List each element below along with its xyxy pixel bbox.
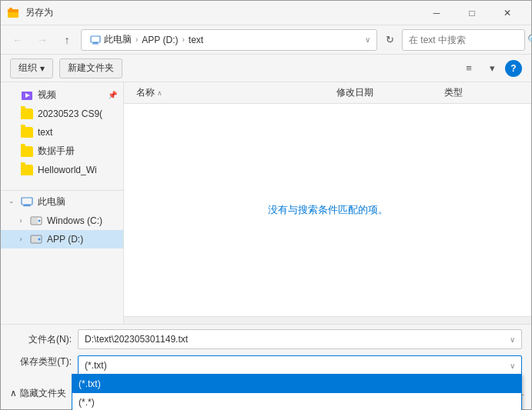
dropdown-item-txt[interactable]: (*.txt)	[72, 375, 521, 393]
bottom-bar: 文件名(N): D:\text\202305301149.txt ∨ 保存类型(…	[1, 324, 531, 409]
sidebar-item-label-videos: 视频	[38, 88, 103, 102]
address-this-pc[interactable]: 此电脑	[88, 32, 134, 48]
close-button[interactable]: ✕	[490, 1, 525, 25]
window-title: 另存为	[25, 6, 53, 19]
column-type[interactable]: 类型	[444, 86, 519, 99]
new-folder-button[interactable]: 新建文件夹	[59, 58, 122, 78]
svg-rect-10	[23, 205, 31, 206]
expand-arrow-c[interactable]: ›	[16, 216, 25, 225]
svg-rect-15	[32, 236, 38, 242]
sidebar-item-label-helloworld: Helloworld_Wi	[38, 165, 117, 175]
action-bar: 组织 ▾ 新建文件夹 ≡ ▾ ?	[1, 55, 531, 82]
footer-left: ∧ 隐藏文件夹	[10, 387, 66, 400]
hdd-d-icon	[30, 233, 42, 245]
title-controls: ─ □ ✕	[419, 1, 525, 25]
dropdown-item-all[interactable]: (*.*)	[72, 393, 521, 410]
sidebar-item-helloworld[interactable]: Helloworld_Wi	[1, 161, 123, 179]
videos-icon	[21, 89, 33, 102]
sidebar-item-label-windows-c: Windows (C:)	[47, 215, 117, 226]
maximize-button[interactable]: □	[454, 1, 490, 25]
column-name-label: 名称	[136, 86, 155, 99]
up-button[interactable]: ↑	[56, 29, 78, 51]
sidebar-item-text[interactable]: text	[1, 123, 123, 142]
expand-arrow-pc[interactable]: ›	[7, 198, 16, 207]
view-dropdown-icon: ▾	[490, 62, 495, 74]
sidebar-item-label-folder1: 20230523 CS9(	[38, 108, 117, 119]
expand-icon	[7, 91, 16, 100]
sidebar-item-label-this-pc: 此电脑	[38, 195, 117, 208]
filetype-dropdown-icon[interactable]: ∨	[510, 362, 515, 370]
sidebar-item-folder1[interactable]: 20230523 CS9(	[1, 105, 123, 123]
svg-rect-9	[24, 205, 30, 205]
forward-button[interactable]: →	[32, 29, 53, 51]
sidebar-item-label-handbook: 数据手册	[38, 145, 117, 158]
search-box[interactable]: 🔍	[402, 29, 525, 51]
sidebar-item-videos[interactable]: 视频 📌	[1, 85, 123, 105]
sidebar-item-label-app-d: APP (D:)	[47, 234, 117, 245]
file-area: 名称 ∧ 修改日期 类型 没有与搜索条件匹配的项。	[124, 82, 531, 324]
refresh-button[interactable]: ↻	[380, 31, 399, 49]
toggle-arrow: ∧	[10, 388, 17, 398]
dropdown-item-txt-label: (*.txt)	[79, 378, 101, 389]
filetype-label: 保存类型(T):	[10, 355, 72, 368]
sidebar-item-label-text: text	[38, 127, 117, 138]
filetype-dropdown-menu: (*.txt) (*.*) 97-2003Word文档 (*.doc)	[72, 374, 522, 410]
svg-rect-5	[92, 43, 99, 44]
action-bar-right: ≡ ▾ ?	[459, 58, 522, 78]
folder1-icon	[21, 108, 33, 120]
minimize-button[interactable]: ─	[419, 1, 454, 25]
expand-icon	[7, 165, 16, 175]
column-name[interactable]: 名称 ∧	[136, 86, 336, 99]
organize-button[interactable]: 组织 ▾	[10, 58, 53, 78]
sep1: ›	[136, 35, 138, 44]
sidebar-item-app-d[interactable]: › APP (D:)	[1, 230, 123, 248]
hdd-c-icon	[30, 215, 42, 227]
expand-icon	[7, 128, 16, 137]
sidebar: 视频 📌 20230523 CS9( text	[1, 82, 124, 324]
hide-files-toggle[interactable]: ∧ 隐藏文件夹	[10, 387, 66, 400]
search-icon: 🔍	[527, 34, 532, 45]
address-bar[interactable]: 此电脑 › APP (D:) › text ∨	[81, 29, 377, 51]
search-input[interactable]	[409, 35, 524, 45]
horizontal-scrollbar[interactable]	[124, 316, 531, 324]
action-bar-left: 组织 ▾ 新建文件夹	[10, 58, 122, 78]
filename-label: 文件名(N):	[10, 333, 72, 346]
view-dropdown-button[interactable]: ▾	[482, 58, 502, 78]
address-dropdown-icon[interactable]: ∨	[365, 35, 370, 44]
filetype-current: (*.txt)	[85, 360, 107, 371]
svg-rect-4	[93, 42, 98, 44]
view-button[interactable]: ≡	[459, 58, 479, 78]
column-date[interactable]: 修改日期	[336, 86, 444, 99]
svg-point-13	[38, 220, 41, 222]
sidebar-item-windows-c[interactable]: › Windows (C:)	[1, 212, 123, 230]
sort-icon: ∧	[157, 89, 162, 97]
pin-icon: 📌	[108, 91, 117, 99]
hide-files-label: 隐藏文件夹	[20, 387, 66, 400]
sidebar-item-handbook[interactable]: 数据手册	[1, 142, 123, 161]
filename-input[interactable]: D:\text\202305301149.txt ∨	[78, 329, 522, 349]
title-bar-left: 另存为	[7, 6, 53, 19]
help-button[interactable]: ?	[505, 60, 522, 77]
navigation-toolbar: ← → ↑ 此电脑 › APP (D:) › text ∨ ↻	[1, 25, 531, 55]
window-icon	[7, 7, 19, 19]
address-parts: 此电脑 › APP (D:) › text	[88, 32, 360, 48]
file-list: 没有与搜索条件匹配的项。	[124, 104, 531, 316]
dropdown-item-all-label: (*.*)	[79, 397, 95, 408]
filename-dropdown-icon[interactable]: ∨	[510, 335, 515, 344]
column-type-label: 类型	[444, 86, 463, 99]
filename-row: 文件名(N): D:\text\202305301149.txt ∨	[1, 325, 531, 354]
svg-rect-3	[91, 36, 100, 42]
address-app-d[interactable]: APP (D:)	[139, 33, 180, 47]
filetype-select[interactable]: (*.txt) ∨	[78, 355, 522, 375]
address-text[interactable]: text	[186, 33, 206, 47]
expand-arrow-d[interactable]: ›	[16, 235, 25, 244]
filename-value: D:\text\202305301149.txt	[85, 334, 188, 345]
empty-message: 没有与搜索条件匹配的项。	[268, 203, 388, 217]
sidebar-item-this-pc[interactable]: › 此电脑	[1, 192, 123, 212]
text-icon	[21, 126, 33, 138]
back-button[interactable]: ←	[7, 29, 28, 51]
save-as-dialog: 另存为 ─ □ ✕ ← → ↑ 此电脑 › APP (D	[0, 0, 532, 410]
column-date-label: 修改日期	[336, 86, 373, 99]
helloworld-icon	[21, 164, 33, 176]
pc-icon	[21, 196, 33, 208]
